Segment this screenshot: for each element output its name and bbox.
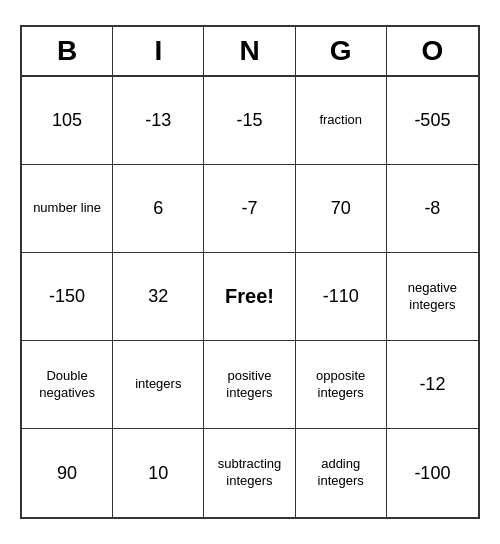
bingo-cell-r4-c0: 90 [22,429,113,517]
bingo-cell-r3-c3: opposite integers [296,341,387,429]
bingo-cell-r3-c2: positive integers [204,341,295,429]
bingo-cell-r0-c4: -505 [387,77,478,165]
bingo-cell-r2-c0: -150 [22,253,113,341]
bingo-cell-r1-c0: number line [22,165,113,253]
bingo-card: BINGO 105-13-15fraction-505number line6-… [20,25,480,519]
bingo-cell-r2-c2: Free! [204,253,295,341]
header-letter: B [22,27,113,75]
bingo-cell-r2-c3: -110 [296,253,387,341]
header-letter: G [296,27,387,75]
bingo-cell-r4-c1: 10 [113,429,204,517]
header-letter: N [204,27,295,75]
bingo-cell-r0-c2: -15 [204,77,295,165]
bingo-cell-r1-c1: 6 [113,165,204,253]
bingo-grid: 105-13-15fraction-505number line6-770-8-… [22,77,478,517]
bingo-cell-r3-c1: integers [113,341,204,429]
bingo-cell-r4-c4: -100 [387,429,478,517]
bingo-cell-r3-c4: -12 [387,341,478,429]
bingo-cell-r2-c1: 32 [113,253,204,341]
bingo-cell-r4-c2: subtracting integers [204,429,295,517]
header-letter: O [387,27,478,75]
bingo-cell-r3-c0: Double negatives [22,341,113,429]
bingo-cell-r4-c3: adding integers [296,429,387,517]
bingo-cell-r1-c3: 70 [296,165,387,253]
bingo-cell-r1-c2: -7 [204,165,295,253]
bingo-cell-r2-c4: negative integers [387,253,478,341]
bingo-cell-r0-c3: fraction [296,77,387,165]
bingo-cell-r0-c0: 105 [22,77,113,165]
bingo-header: BINGO [22,27,478,77]
bingo-cell-r0-c1: -13 [113,77,204,165]
bingo-cell-r1-c4: -8 [387,165,478,253]
header-letter: I [113,27,204,75]
